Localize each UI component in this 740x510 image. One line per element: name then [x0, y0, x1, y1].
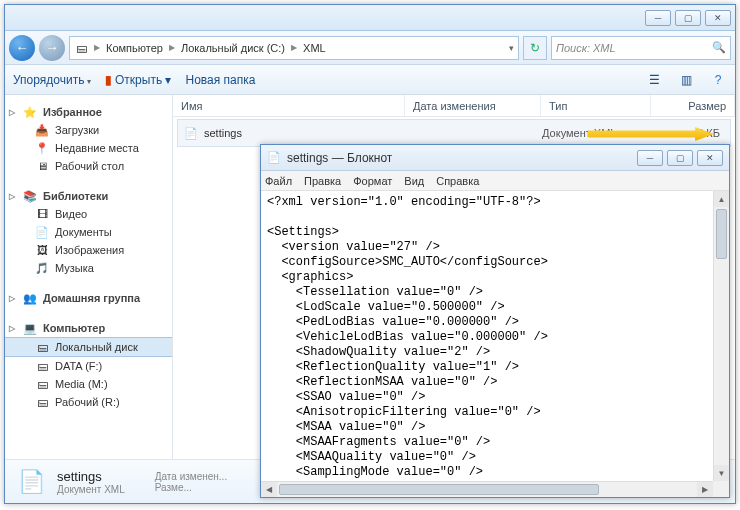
forward-button[interactable]: →	[39, 35, 65, 61]
scroll-down-icon[interactable]: ▼	[714, 465, 729, 481]
nav-homegroup[interactable]: ▷👥Домашняя группа	[5, 287, 172, 307]
nav-data[interactable]: 🖴DATA (F:)	[5, 357, 172, 375]
scroll-right-icon[interactable]: ▶	[697, 482, 713, 497]
np-minimize-button[interactable]: ─	[637, 150, 663, 166]
drive-icon: 🖴	[35, 359, 49, 373]
nav-downloads[interactable]: 📥Загрузки	[5, 121, 172, 139]
drive-icon: 🖴	[35, 340, 49, 354]
scroll-corner	[713, 481, 729, 497]
file-row-settings[interactable]: 📄settings Документ XML 3 КБ	[177, 119, 731, 147]
menu-file[interactable]: Файл	[265, 175, 292, 187]
drive-icon: 🖴	[35, 377, 49, 391]
menu-view[interactable]: Вид	[404, 175, 424, 187]
h-scrollbar[interactable]: ◀ ▶	[261, 481, 713, 497]
search-placeholder: Поиск: XML	[556, 42, 616, 54]
address-bar[interactable]: 🖴 ▶ Компьютер ▶ Локальный диск (C:) ▶ XM…	[69, 36, 519, 60]
minimize-button[interactable]: ─	[645, 10, 671, 26]
h-thumb[interactable]	[279, 484, 599, 495]
notepad-menu: Файл Правка Формат Вид Справка	[261, 171, 729, 191]
status-size-label: Разме...	[155, 482, 227, 493]
notepad-title: settings — Блокнот	[287, 151, 392, 165]
notepad-window: 📄 settings — Блокнот ─ ▢ ✕ Файл Правка Ф…	[260, 144, 730, 498]
nav-documents[interactable]: 📄Документы	[5, 223, 172, 241]
recent-icon: 📍	[35, 141, 49, 155]
np-close-button[interactable]: ✕	[697, 150, 723, 166]
status-name: settings	[57, 469, 125, 484]
menu-help[interactable]: Справка	[436, 175, 479, 187]
col-size[interactable]: Размер	[651, 95, 735, 116]
open-button[interactable]: ▮ Открыть ▾	[105, 73, 172, 87]
status-date-label: Дата изменен...	[155, 471, 227, 482]
file-name: settings	[204, 127, 242, 139]
back-button[interactable]: ←	[9, 35, 35, 61]
search-box[interactable]: Поиск: XML 🔍	[551, 36, 731, 60]
nav-libraries[interactable]: ▷📚Библиотеки	[5, 185, 172, 205]
video-icon: 🎞	[35, 207, 49, 221]
col-date[interactable]: Дата изменения	[405, 95, 541, 116]
scroll-up-icon[interactable]: ▲	[714, 191, 729, 207]
notepad-icon: 📄	[267, 151, 281, 165]
crumb-localdisk[interactable]: Локальный диск (C:)	[181, 42, 285, 54]
notepad-text[interactable]: <?xml version="1.0" encoding="UTF-8"?> <…	[261, 191, 713, 481]
help-icon[interactable]: ?	[709, 71, 727, 89]
col-name[interactable]: Имя	[173, 95, 405, 116]
doc-icon: 📄	[35, 225, 49, 239]
download-icon: 📥	[35, 123, 49, 137]
nav-media[interactable]: 🖴Media (M:)	[5, 375, 172, 393]
close-button[interactable]: ✕	[705, 10, 731, 26]
status-type: Документ XML	[57, 484, 125, 495]
nav-music[interactable]: 🎵Музыка	[5, 259, 172, 277]
drive-icon: 🖴	[35, 395, 49, 409]
nav-computer[interactable]: ▷💻Компьютер	[5, 317, 172, 337]
nav-bar: ← → 🖴 ▶ Компьютер ▶ Локальный диск (C:) …	[5, 31, 735, 65]
crumb-computer[interactable]: Компьютер	[106, 42, 163, 54]
search-icon: 🔍	[712, 41, 726, 54]
column-headers: Имя Дата изменения Тип Размер	[173, 95, 735, 117]
explorer-titlebar: ─ ▢ ✕	[5, 5, 735, 31]
nav-desktop[interactable]: 🖥Рабочий стол	[5, 157, 172, 175]
toolbar: Упорядочить ▮ Открыть ▾ Новая папка ☰ ▥ …	[5, 65, 735, 95]
preview-icon[interactable]: ▥	[677, 71, 695, 89]
notepad-titlebar: 📄 settings — Блокнот ─ ▢ ✕	[261, 145, 729, 171]
nav-work[interactable]: 🖴Рабочий (R:)	[5, 393, 172, 411]
desktop-icon: 🖥	[35, 159, 49, 173]
newfolder-button[interactable]: Новая папка	[185, 73, 255, 87]
file-icon-large: 📄	[15, 466, 47, 498]
organize-button[interactable]: Упорядочить	[13, 73, 91, 87]
notepad-body: <?xml version="1.0" encoding="UTF-8"?> <…	[261, 191, 729, 497]
col-type[interactable]: Тип	[541, 95, 651, 116]
v-scrollbar[interactable]: ▲ ▼	[713, 191, 729, 481]
computer-icon: 💻	[23, 321, 37, 335]
nav-favorites[interactable]: ▷⭐Избранное	[5, 101, 172, 121]
nav-pictures[interactable]: 🖼Изображения	[5, 241, 172, 259]
v-thumb[interactable]	[716, 209, 727, 259]
menu-edit[interactable]: Правка	[304, 175, 341, 187]
crumb-xml[interactable]: XML	[303, 42, 326, 54]
view-icon[interactable]: ☰	[645, 71, 663, 89]
star-icon: ⭐	[23, 105, 37, 119]
np-maximize-button[interactable]: ▢	[667, 150, 693, 166]
xml-icon: 📄	[184, 126, 198, 140]
menu-format[interactable]: Формат	[353, 175, 392, 187]
library-icon: 📚	[23, 189, 37, 203]
maximize-button[interactable]: ▢	[675, 10, 701, 26]
nav-localdisk[interactable]: 🖴Локальный диск	[5, 337, 172, 357]
office-icon: ▮	[105, 73, 112, 87]
pic-icon: 🖼	[35, 243, 49, 257]
music-icon: 🎵	[35, 261, 49, 275]
nav-pane: ▷⭐Избранное 📥Загрузки 📍Недавние места 🖥Р…	[5, 95, 173, 459]
nav-recent[interactable]: 📍Недавние места	[5, 139, 172, 157]
homegroup-icon: 👥	[23, 291, 37, 305]
scroll-left-icon[interactable]: ◀	[261, 482, 277, 497]
nav-videos[interactable]: 🎞Видео	[5, 205, 172, 223]
drive-icon: 🖴	[74, 41, 88, 55]
refresh-button[interactable]: ↻	[523, 36, 547, 60]
